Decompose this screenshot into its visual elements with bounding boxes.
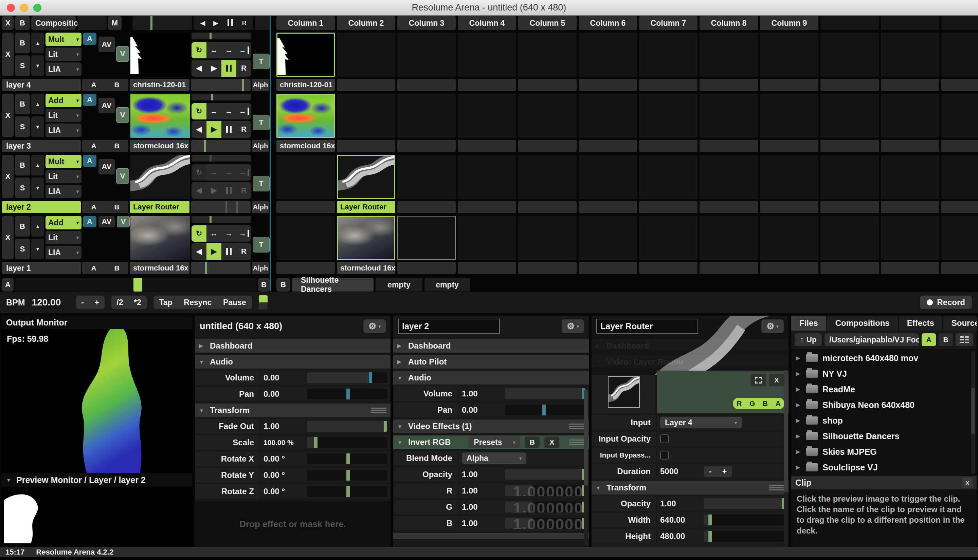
clip-cell[interactable] [760, 155, 818, 213]
gear-menu-button[interactable]: ⚙▾ [363, 319, 386, 333]
clip-cell[interactable] [941, 33, 978, 91]
pan-value[interactable]: 0.00 [264, 389, 304, 399]
rotate-x-slider[interactable] [307, 453, 387, 464]
bounce-icon[interactable]: ↔ [207, 103, 221, 120]
blend-mode-dropdown[interactable]: Mult▾ [45, 33, 82, 46]
column-header-9[interactable]: Column 9 [760, 16, 818, 30]
record-icon[interactable]: R [236, 121, 251, 138]
play-once-icon[interactable]: → [236, 164, 251, 180]
lia-dropdown[interactable]: LIA▾ [45, 246, 82, 259]
alpha-cell[interactable]: Alph [252, 140, 269, 152]
section-audio[interactable]: ▼Audio [195, 355, 391, 368]
panel-scrollbar[interactable] [584, 390, 588, 545]
rotate-x-value[interactable]: 0.00 ° [264, 454, 304, 463]
clip-cell[interactable] [639, 155, 698, 213]
forward-icon[interactable]: ▶ [207, 182, 221, 199]
volume-value[interactable]: 1.00 [462, 389, 502, 398]
layer-solo-button[interactable]: S [15, 55, 30, 76]
green-value[interactable]: 1.00 [462, 502, 502, 512]
layer-preview-thumbnail[interactable] [130, 94, 190, 138]
expander-icon[interactable]: ▶ [796, 417, 801, 423]
loop-icon[interactable]: ↻ [192, 164, 207, 180]
layer-up-icon[interactable]: ▲ [31, 155, 44, 175]
volume-slider[interactable] [307, 372, 387, 383]
layer-solo-button[interactable]: S [15, 178, 30, 198]
r-channel-button[interactable]: R [736, 400, 742, 408]
clip-cell[interactable] [397, 155, 456, 213]
layer-name[interactable]: layer 1 [2, 262, 81, 274]
presets-dropdown[interactable]: Presets▾ [469, 437, 520, 448]
menu-icon[interactable] [569, 423, 585, 429]
expander-icon[interactable]: ▶ [796, 355, 801, 361]
lia-dropdown[interactable]: LIA▾ [45, 62, 82, 76]
deck-tab-active[interactable]: Silhouette Dancers [292, 278, 374, 292]
layer-clear-button[interactable]: X [2, 155, 13, 198]
clip-cell[interactable] [337, 94, 395, 152]
layer-bypass-button[interactable]: B [15, 94, 30, 114]
clip-cell[interactable]: stormcloud 16x c... [276, 94, 335, 152]
folder-row[interactable]: ▶Silhouette Dancers [791, 428, 976, 444]
layer-solo-button[interactable]: S [15, 238, 30, 259]
clip-cell[interactable] [881, 216, 939, 274]
expander-icon[interactable]: ▶ [796, 464, 801, 470]
layer-preview-thumbnail[interactable] [130, 216, 190, 260]
close-icon[interactable]: x [962, 478, 973, 488]
tab-compositions[interactable]: Compositions [827, 316, 898, 330]
crossfader-a-button[interactable]: A [2, 278, 13, 292]
blend-mode-dropdown[interactable]: Alpha▾ [462, 452, 526, 464]
lit-dropdown[interactable]: Lit▾ [45, 48, 82, 61]
column-header-3[interactable]: Column 3 [397, 16, 456, 30]
blue-slider[interactable]: 1.000000 [505, 518, 586, 529]
record-icon[interactable]: R [236, 60, 251, 77]
video-button[interactable]: V [116, 46, 129, 62]
alpha-cell[interactable]: Alph [252, 201, 269, 213]
close-window-icon[interactable] [7, 4, 15, 12]
blend-mode-dropdown[interactable]: Add▾ [45, 94, 82, 107]
menu-icon[interactable] [769, 485, 784, 490]
layer-bypass-button[interactable]: B [15, 216, 30, 237]
rotate-y-slider[interactable] [307, 470, 387, 481]
clip-cell[interactable] [699, 33, 758, 91]
play-direction-icon[interactable]: → [221, 42, 236, 58]
scale-slider[interactable] [307, 437, 387, 448]
clip-cell[interactable] [820, 216, 879, 274]
column-header-1[interactable]: Column 1 [276, 16, 335, 30]
clip-cell[interactable] [276, 216, 335, 274]
forward-icon[interactable]: ▶ [207, 121, 221, 138]
pan-value[interactable]: 0.00 [462, 405, 502, 415]
deck-b-button[interactable]: B [939, 333, 953, 346]
layer-bypass-button[interactable]: B [15, 155, 30, 175]
gear-menu-button[interactable]: ⚙▾ [562, 319, 584, 333]
audiovideo-button[interactable]: AV [98, 216, 115, 227]
section-transform[interactable]: ▼Transform [592, 481, 788, 495]
clip-cell[interactable]: Layer Router [337, 155, 395, 213]
record-button[interactable]: Record [920, 296, 972, 309]
section-video-effects[interactable]: ▼Video Effects (1) [393, 420, 589, 433]
clip-cell[interactable] [820, 94, 879, 152]
clip-cell[interactable]: christin-120-01 [276, 33, 335, 91]
clip-cell[interactable] [458, 94, 516, 152]
clip-cell[interactable] [579, 216, 637, 274]
folder-row[interactable]: ▶Soulclipse VJ [791, 460, 976, 475]
play-direction-icon[interactable]: → [221, 103, 236, 120]
bpm-double-button[interactable]: *2 [134, 298, 141, 307]
effect-bypass-button[interactable]: B [525, 437, 540, 448]
composition-bypass-button[interactable]: B [15, 16, 30, 30]
audiovideo-button[interactable]: AV [98, 159, 115, 175]
layer-up-icon[interactable]: ▲ [31, 216, 44, 237]
layer-ab-cell[interactable]: AB [82, 262, 129, 274]
b-channel-button[interactable]: B [763, 400, 768, 408]
prev-icon[interactable]: ◀ [200, 19, 205, 27]
layer-ab-cell[interactable]: AB [82, 201, 129, 213]
deck-tab[interactable]: empty [376, 278, 422, 292]
layer-name[interactable]: layer 4 [2, 79, 81, 91]
output-monitor-header[interactable]: Output Monitor [2, 316, 192, 329]
pause-button[interactable]: Pause [223, 298, 246, 307]
active-clip-name[interactable]: stormcloud 16x c... [130, 140, 190, 152]
bpm-stepper[interactable]: -+ [76, 296, 105, 309]
clip-cell[interactable] [397, 33, 456, 91]
transition-button[interactable]: T [253, 237, 270, 253]
folder-row[interactable]: ▶NY VJ [791, 366, 976, 382]
resync-button[interactable]: Resync [184, 298, 212, 307]
play-direction-icon[interactable]: → [221, 164, 236, 180]
